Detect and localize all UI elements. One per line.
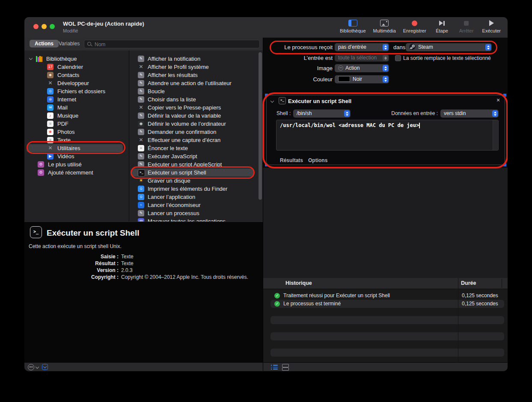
terminal-icon: >_ [30,226,42,238]
actions-scrollbar[interactable] [259,52,262,200]
sidebar-item-le-plus-utilise[interactable]: ⚙Le plus utilisé [24,160,129,168]
toolbar-label: Enregistrer [403,28,426,33]
action-item-attendre-une-action-de-l-utilisateur[interactable]: ✎Attendre une action de l’utilisateur [129,79,263,87]
action-item-label: Masquer toutes les applications [148,217,226,222]
image-label: Image [264,64,333,72]
action-item-lancer-un-processus[interactable]: ✎Lancer un processus [129,209,263,217]
replace-text-checkbox[interactable] [395,55,401,61]
action-item-executer-un-script-applescript[interactable]: ✎Exécuter un script AppleScript [129,160,263,168]
run-options-icon[interactable]: ••• [28,364,34,370]
toolbar-multimedia-button[interactable]: Multimédia [373,19,396,33]
toolbar: BibliothèqueMultimédiaEnregistrerÉtapeAr… [340,19,501,37]
sidebar-item-label: Développeur [57,79,89,87]
list-view-icon[interactable] [271,365,278,369]
results-button[interactable]: Résultats [280,157,303,163]
action-item-label: Choisir dans la liste [148,95,196,103]
close-window-button[interactable] [33,24,39,29]
action-item-label: Attendre une action de l’utilisateur [148,79,232,87]
action-item-effectuer-une-capture-d-ecran[interactable]: ✕Effectuer une capture d’écran [129,136,263,144]
automator-action-icon: ✎ [138,72,144,78]
sidebar-item-photos[interactable]: ❀Photos [24,128,129,136]
sidebar-item-videos[interactable]: ▶Vidéos [24,152,129,160]
window-status: Modifié [63,28,78,33]
action-item-executer-un-script-shell[interactable]: >_Exécuter un script Shell [129,168,263,177]
column-divider [129,50,129,222]
sidebar-item-label: Le plus utilisé [48,160,82,168]
row-stripe [270,332,504,340]
shell-script-editor[interactable]: /usr/local/bin/wol <adresse MAC du PC de… [276,120,499,151]
script-scrollbar[interactable] [493,120,498,150]
automator-action-icon: ✎ [138,56,144,62]
sidebar-item-utilitaires[interactable]: ✕Utilitaires [24,144,129,152]
action-item-label: Lancer l’application [148,193,195,201]
sidebar-item-ajoute-recemment[interactable]: ⚙Ajouté récemment [24,168,129,177]
sidebar-item-pdf[interactable]: ≡PDF [24,120,129,128]
action-item-graver-un-disque[interactable]: ✶Graver un disque [129,177,263,185]
image-popup[interactable]: Action [335,64,389,72]
action-item-copier-vers-le-presse-papiers[interactable]: ✕Copier vers le Presse-papiers [129,103,263,112]
desktop-background: WOL PC-de-jeu (Action rapide) Modifié Bi… [0,0,532,402]
action-item-afficher-le-profil-systeme[interactable]: ✕Afficher le Profil système [129,63,263,71]
library-icon [36,56,42,62]
shell-popup[interactable]: /bin/sh [293,109,351,118]
sidebar-item-texte[interactable]: ≡Texte [24,136,129,144]
close-action-icon[interactable]: × [496,97,500,103]
mail-icon: ✉ [47,104,53,111]
tab-variables[interactable]: Variables [59,41,80,47]
action-item-masquer-toutes-les-applications[interactable]: ▨Masquer toutes les applications [129,217,263,222]
shortcut-checkbox-icon[interactable] [42,364,48,370]
minimize-window-button[interactable] [42,24,47,29]
action-image-icon [338,65,343,71]
sidebar-item-developpeur[interactable]: ✕Développeur [24,79,129,87]
row-stripe [270,349,504,357]
zoom-window-button[interactable] [50,24,55,29]
sidebar-item-fichiers-et-dossiers[interactable]: ☺Fichiers et dossiers [24,87,129,95]
utilities-icon: ✕ [47,145,53,151]
stdin-popup[interactable]: vers stdin [440,109,499,118]
action-item-afficher-les-resultats[interactable]: ✎Afficher les résultats [129,71,263,79]
action-item-demander-une-confirmation[interactable]: ✎Demander une confirmation [129,128,263,136]
toolbar-etape-button[interactable]: Étape [434,19,451,33]
tab-actions[interactable]: Actions [30,40,59,47]
process-input-popup[interactable]: pas d’entrée [335,43,389,51]
action-item-executer-javascript[interactable]: ✎Exécuter JavaScript [129,152,263,160]
action-item-choisir-dans-la-liste[interactable]: ✎Choisir dans la liste [129,95,263,103]
terminal-icon: >_ [279,97,286,104]
action-item-definir-la-valeur-de-la-variable[interactable]: ✎Définir la valeur de la variable [129,112,263,120]
search-input[interactable] [94,40,258,49]
toolbar-enregistrer-button[interactable]: Enregistrer [403,19,426,33]
application-popup[interactable]: Steam [406,43,492,51]
toolbar-label: Multimédia [373,28,396,33]
in-label: dans [393,43,405,51]
disclosure-chevron-icon[interactable] [29,56,33,60]
action-item-afficher-la-notification[interactable]: ✎Afficher la notification [129,55,263,63]
sidebar-item-bibliotheque[interactable]: Bibliothèque [24,55,129,63]
field-value: Texte [121,260,134,267]
action-item-definir-le-volume-de-l-ordinateur[interactable]: ◉Définir le volume de l’ordinateur [129,120,263,128]
sidebar-item-musique[interactable]: ♪Musique [24,112,129,120]
history-row[interactable]: ✓Traitement réussi pour Exécuter un scri… [263,292,508,300]
row-stripe [270,316,504,324]
terminal-icon: >_ [138,169,145,177]
chevron-down-icon[interactable] [36,365,39,369]
action-item-enoncer-le-texte[interactable]: ≡Énoncer le texte [129,144,263,152]
action-item-lancer-l-application[interactable]: ☺Lancer l’application [129,193,263,201]
options-button[interactable]: Options [308,157,327,163]
sidebar-item-contacts[interactable]: ☻Contacts [24,71,129,79]
history-row[interactable]: ✓Le processus est terminé0,125 secondes [263,300,508,308]
step-icon [439,19,445,27]
sidebar-item-mail[interactable]: ✉Mail [24,103,129,112]
action-item-lancer-l-economiseur[interactable]: ≈Lancer l’économiseur [129,201,263,209]
search-field[interactable] [84,40,260,48]
toolbar-executer-button[interactable]: Exécuter [482,19,501,33]
toolbar-label: Arrêter [459,28,474,33]
sidebar-item-internet[interactable]: ⊕Internet [24,95,129,103]
action-item-boucle[interactable]: ✎Boucle [129,87,263,95]
action-item-imprimer-les-elements-du-finder[interactable]: ☺Imprimer les éléments du Finder [129,185,263,193]
field-label: Version : [24,267,119,274]
toolbar-bibliotheque-button[interactable]: Bibliothèque [340,19,366,33]
search-icon [87,42,91,46]
color-popup[interactable]: Noir [335,75,389,83]
sidebar-item-calendrier[interactable]: 17Calendrier [24,63,129,71]
flow-view-icon[interactable] [282,364,288,370]
